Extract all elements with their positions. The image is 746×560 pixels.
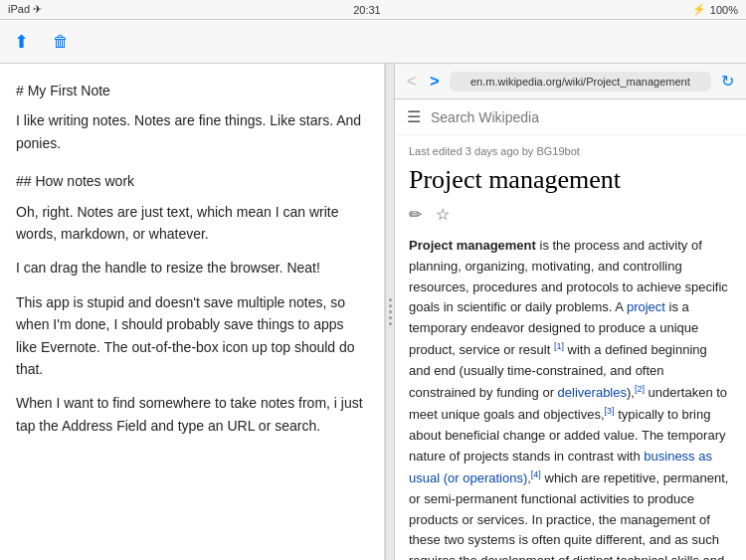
business-as-usual-link[interactable]: business as usual (or operations) xyxy=(409,449,712,485)
star-icon: ☆ xyxy=(436,206,450,223)
url-bar[interactable]: en.m.wikipedia.org/wiki/Project_manageme… xyxy=(450,72,711,92)
wiki-icons: ✏ ☆ xyxy=(409,205,732,224)
drag-handle[interactable] xyxy=(385,64,395,560)
note-p3: I can drag the handle to resize the brow… xyxy=(16,257,368,279)
deliverables-link[interactable]: deliverables xyxy=(558,385,627,400)
browser-toolbar: < > en.m.wikipedia.org/wiki/Project_mana… xyxy=(395,64,746,99)
main-content: # My First Note I like writing notes. No… xyxy=(0,64,746,560)
note-p4: This app is stupid and doesn't save mult… xyxy=(16,291,368,381)
note-p2: Oh, right. Notes are just text, which me… xyxy=(16,201,368,246)
trash-button[interactable]: 🗑 xyxy=(49,29,73,55)
wiki-search-bar: ☰ xyxy=(395,99,746,135)
main-toolbar: ⬆ 🗑 xyxy=(0,20,746,64)
wiki-star-button[interactable]: ☆ xyxy=(436,205,450,224)
share-button[interactable]: ⬆ xyxy=(10,27,33,57)
edit-icon: ✏ xyxy=(409,206,422,223)
hamburger-icon[interactable]: ☰ xyxy=(407,107,421,126)
status-time: 20:31 xyxy=(353,4,381,16)
note-heading-1: # My First Note xyxy=(16,80,368,101)
battery-label: 100% xyxy=(710,4,738,16)
note-p5: When I want to find somewhere to take no… xyxy=(16,392,368,437)
device-label: iPad ✈ xyxy=(8,3,42,16)
note-heading-2: ## How notes work xyxy=(16,170,368,192)
browser-panel: < > en.m.wikipedia.org/wiki/Project_mana… xyxy=(395,64,746,560)
note-p1: I like writing notes. Notes are fine thi… xyxy=(16,109,368,154)
wifi-icon: ⚡ xyxy=(692,3,706,16)
status-left: iPad ✈ xyxy=(8,3,42,16)
back-button[interactable]: < xyxy=(403,71,420,93)
wiki-edit-button[interactable]: ✏ xyxy=(409,205,422,224)
status-right: ⚡ 100% xyxy=(692,3,738,16)
reload-icon: ↻ xyxy=(721,73,734,90)
drag-dots xyxy=(389,298,392,325)
share-icon: ⬆ xyxy=(14,31,29,53)
reload-button[interactable]: ↻ xyxy=(717,70,738,93)
wiki-body: Project management is the process and ac… xyxy=(409,236,732,560)
wiki-title: Project management xyxy=(409,165,732,195)
project-link[interactable]: project xyxy=(627,299,665,314)
wiki-paragraph-1: Project management is the process and ac… xyxy=(409,236,732,560)
wiki-search-input[interactable] xyxy=(431,109,734,125)
trash-icon: 🗑 xyxy=(53,33,69,51)
wiki-last-edited: Last edited 3 days ago by BG19bot xyxy=(409,145,732,157)
wiki-content[interactable]: ☰ Last edited 3 days ago by BG19bot Proj… xyxy=(395,99,746,560)
wiki-article: Last edited 3 days ago by BG19bot Projec… xyxy=(395,135,746,560)
status-bar: iPad ✈ 20:31 ⚡ 100% xyxy=(0,0,746,20)
notes-panel[interactable]: # My First Note I like writing notes. No… xyxy=(0,64,385,560)
forward-button[interactable]: > xyxy=(426,71,443,93)
